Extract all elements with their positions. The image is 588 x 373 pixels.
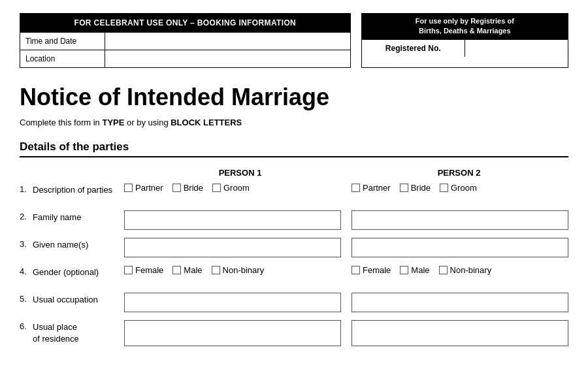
occupation-p2-input[interactable] — [351, 293, 568, 312]
row3-content — [124, 238, 568, 257]
row2-person1 — [124, 210, 341, 230]
row2-content — [124, 210, 568, 230]
subtitle: Complete this form in TYPE or by using B… — [20, 118, 568, 127]
p2-male-item[interactable]: Male — [400, 265, 429, 275]
row5-person2 — [351, 293, 568, 312]
row1-person1: Partner Bride Groom — [124, 183, 341, 193]
registry-header-text: For use only by Registries ofBirths, Dea… — [416, 17, 514, 35]
p2-groom-checkbox[interactable] — [440, 184, 448, 192]
family-name-p2-input[interactable] — [351, 210, 568, 230]
p1-groom-checkbox[interactable] — [212, 184, 221, 192]
row6-person1 — [124, 320, 341, 346]
person1-header: PERSON 1 — [131, 168, 350, 178]
row-occupation: 5. Usual occupation — [20, 293, 568, 314]
row4-p1-checkboxes: Female Male Non-binary — [124, 265, 341, 275]
p1-bride-label: Bride — [184, 183, 203, 193]
p2-female-item[interactable]: Female — [351, 265, 391, 275]
booking-table: FOR CELEBRANT USE ONLY – BOOKING INFORMA… — [20, 13, 351, 68]
p2-nonbinary-item[interactable]: Non-binary — [439, 265, 492, 275]
time-date-row: Time and Date — [20, 32, 350, 50]
p1-partner-checkbox[interactable] — [124, 184, 133, 192]
time-date-label: Time and Date — [20, 33, 105, 50]
row5-number: 5. — [20, 293, 33, 304]
row3-number: 3. — [20, 238, 33, 249]
p2-partner-label: Partner — [363, 183, 391, 193]
row4-number: 4. — [20, 265, 33, 276]
top-section: FOR CELEBRANT USE ONLY – BOOKING INFORMA… — [20, 13, 568, 68]
row3-person2 — [351, 238, 568, 257]
residence-p2-input[interactable] — [351, 320, 568, 346]
row1-label: Description of parties — [33, 183, 124, 196]
p2-nonbinary-label: Non-binary — [450, 265, 492, 275]
row1-p2-checkboxes: Partner Bride Groom — [351, 183, 568, 193]
p1-male-label: Male — [184, 265, 202, 275]
p1-bride-item[interactable]: Bride — [172, 183, 203, 193]
p2-partner-checkbox[interactable] — [351, 184, 360, 192]
p2-bride-label: Bride — [411, 183, 431, 193]
p1-male-item[interactable]: Male — [172, 265, 202, 275]
p1-female-label: Female — [135, 265, 163, 275]
row4-content: Female Male Non-binary Female — [124, 265, 568, 275]
residence-p1-input[interactable] — [124, 320, 341, 346]
main-title: Notice of Intended Marriage — [20, 84, 568, 111]
row5-label: Usual occupation — [33, 293, 124, 306]
location-label: Location — [20, 50, 105, 67]
row1-number: 1. — [20, 183, 33, 194]
p1-female-item[interactable]: Female — [124, 265, 163, 275]
given-names-p1-input[interactable] — [124, 238, 341, 257]
p2-bride-item[interactable]: Bride — [400, 183, 431, 193]
p2-groom-label: Groom — [451, 183, 477, 193]
occupation-p1-input[interactable] — [124, 293, 341, 312]
registered-no-row: Registered No. — [362, 39, 568, 57]
p2-female-label: Female — [363, 265, 391, 275]
p1-groom-item[interactable]: Groom — [212, 183, 250, 193]
row-given-names: 3. Given name(s) — [20, 238, 568, 259]
row4-label: Gender (optional) — [33, 265, 124, 278]
row6-content — [124, 320, 568, 346]
row-residence: 6. Usual placeof residence — [20, 320, 568, 346]
p2-bride-checkbox[interactable] — [400, 184, 408, 192]
row4-person1: Female Male Non-binary — [124, 265, 341, 275]
subtitle-type: TYPE — [102, 118, 124, 127]
person-headers: PERSON 1 PERSON 2 — [131, 168, 568, 178]
row4-person2: Female Male Non-binary — [351, 265, 568, 275]
p2-male-checkbox[interactable] — [400, 266, 408, 274]
row1-content: Partner Bride Groom Partner — [124, 183, 568, 193]
row-family-name: 2. Family name — [20, 210, 568, 231]
p2-female-checkbox[interactable] — [351, 266, 360, 274]
registered-no-label: Registered No. — [362, 40, 465, 57]
row6-label: Usual placeof residence — [33, 320, 124, 345]
row6-person2 — [351, 320, 568, 346]
row3-label: Given name(s) — [33, 238, 124, 251]
p1-nonbinary-item[interactable]: Non-binary — [212, 265, 265, 275]
row-gender: 4. Gender (optional) Female Male Non-bin… — [20, 265, 568, 286]
p1-bride-checkbox[interactable] — [172, 184, 181, 192]
p1-partner-label: Partner — [135, 183, 163, 193]
given-names-p2-input[interactable] — [351, 238, 568, 257]
p2-nonbinary-checkbox[interactable] — [439, 266, 448, 274]
row1-person2: Partner Bride Groom — [351, 183, 568, 193]
row1-p1-checkboxes: Partner Bride Groom — [124, 183, 341, 193]
row2-person2 — [351, 210, 568, 230]
row4-p2-checkboxes: Female Male Non-binary — [351, 265, 568, 275]
row2-number: 2. — [20, 210, 33, 221]
row-description: 1. Description of parties Partner Bride … — [20, 183, 568, 204]
time-date-value[interactable] — [105, 33, 350, 50]
details-heading: Details of the parties — [20, 140, 568, 157]
row6-number: 6. — [20, 320, 33, 331]
p2-groom-item[interactable]: Groom — [440, 183, 477, 193]
p2-male-label: Male — [411, 265, 429, 275]
p1-partner-item[interactable]: Partner — [124, 183, 163, 193]
p1-groom-label: Groom — [223, 183, 250, 193]
row5-content — [124, 293, 568, 312]
location-row: Location — [20, 50, 350, 67]
family-name-p1-input[interactable] — [124, 210, 341, 230]
row2-label: Family name — [33, 210, 124, 223]
p1-female-checkbox[interactable] — [124, 266, 133, 274]
registry-table: For use only by Registries ofBirths, Dea… — [361, 13, 568, 68]
p2-partner-item[interactable]: Partner — [351, 183, 391, 193]
location-value[interactable] — [105, 50, 350, 67]
p1-nonbinary-checkbox[interactable] — [212, 266, 220, 274]
registered-no-value[interactable] — [465, 40, 568, 57]
p1-male-checkbox[interactable] — [172, 266, 181, 274]
